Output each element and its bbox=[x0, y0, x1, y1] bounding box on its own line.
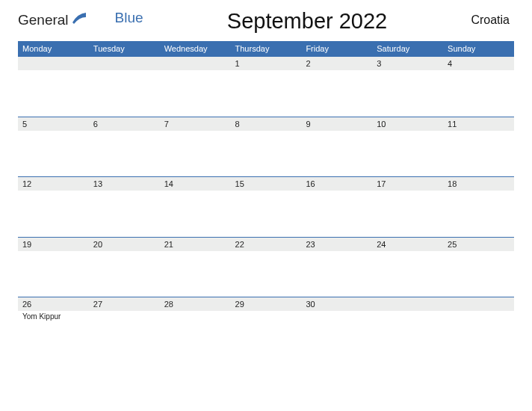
event-cell bbox=[231, 131, 302, 177]
date-cell: 21 bbox=[160, 237, 231, 251]
date-cell: 25 bbox=[443, 237, 514, 251]
date-cell: 2 bbox=[301, 57, 372, 71]
brand-text-2: Blue bbox=[115, 10, 143, 26]
event-cell bbox=[89, 251, 160, 297]
date-cell: 24 bbox=[372, 237, 443, 251]
event-cell bbox=[89, 70, 160, 117]
day-header: Thursday bbox=[231, 41, 302, 57]
date-cell bbox=[89, 57, 160, 71]
event-cell bbox=[301, 131, 372, 177]
event-cell bbox=[160, 311, 231, 341]
event-cell bbox=[372, 70, 443, 117]
calendar-title: September 2022 bbox=[143, 9, 471, 34]
date-cell: 3 bbox=[372, 57, 443, 71]
date-row: 5 6 7 8 9 10 11 bbox=[18, 117, 514, 131]
day-header: Sunday bbox=[443, 41, 514, 57]
date-cell: 8 bbox=[231, 117, 302, 131]
date-cell: 17 bbox=[372, 177, 443, 191]
event-cell: Yom Kippur bbox=[18, 311, 89, 341]
calendar-region: Croatia bbox=[471, 9, 514, 27]
date-cell: 18 bbox=[443, 177, 514, 191]
date-cell: 14 bbox=[160, 177, 231, 191]
date-cell: 12 bbox=[18, 177, 89, 191]
date-cell: 19 bbox=[18, 237, 89, 251]
event-cell bbox=[301, 70, 372, 117]
date-cell: 23 bbox=[301, 237, 372, 251]
event-cell bbox=[18, 251, 89, 297]
date-cell: 27 bbox=[89, 297, 160, 312]
date-cell: 29 bbox=[231, 297, 302, 312]
event-cell bbox=[372, 251, 443, 297]
date-cell: 11 bbox=[443, 117, 514, 131]
event-cell bbox=[18, 191, 89, 237]
date-cell: 16 bbox=[301, 177, 372, 191]
date-cell: 9 bbox=[301, 117, 372, 131]
event-row bbox=[18, 70, 514, 117]
day-header-row: Monday Tuesday Wednesday Thursday Friday… bbox=[18, 41, 514, 57]
date-cell: 7 bbox=[160, 117, 231, 131]
event-row bbox=[18, 251, 514, 297]
calendar-grid: Monday Tuesday Wednesday Thursday Friday… bbox=[18, 41, 514, 341]
day-header: Tuesday bbox=[89, 41, 160, 57]
event-cell bbox=[160, 251, 231, 297]
event-cell bbox=[18, 131, 89, 177]
brand-swoosh-icon bbox=[72, 12, 87, 28]
date-cell: 20 bbox=[89, 237, 160, 251]
date-cell: 28 bbox=[160, 297, 231, 312]
event-cell bbox=[443, 70, 514, 117]
event-cell bbox=[160, 70, 231, 117]
event-cell bbox=[89, 131, 160, 177]
event-cell bbox=[160, 191, 231, 237]
date-row: 26 27 28 29 30 bbox=[18, 297, 514, 312]
day-header: Friday bbox=[301, 41, 372, 57]
event-cell bbox=[443, 251, 514, 297]
calendar-header: General Blue September 2022 Croatia bbox=[18, 9, 514, 34]
calendar-body: 1 2 3 4 5 6 7 8 9 10 11 bbox=[18, 57, 514, 342]
date-cell: 6 bbox=[89, 117, 160, 131]
day-header: Wednesday bbox=[160, 41, 231, 57]
event-cell bbox=[160, 131, 231, 177]
date-row: 1 2 3 4 bbox=[18, 57, 514, 71]
event-cell bbox=[301, 311, 372, 341]
date-cell: 13 bbox=[89, 177, 160, 191]
day-header: Monday bbox=[18, 41, 89, 57]
date-cell: 30 bbox=[301, 297, 372, 312]
date-cell: 26 bbox=[18, 297, 89, 312]
date-cell bbox=[443, 297, 514, 312]
date-cell: 22 bbox=[231, 237, 302, 251]
event-cell bbox=[231, 311, 302, 341]
event-row bbox=[18, 131, 514, 177]
event-cell bbox=[18, 70, 89, 117]
event-row: Yom Kippur bbox=[18, 311, 514, 341]
date-cell: 15 bbox=[231, 177, 302, 191]
date-cell bbox=[18, 57, 89, 71]
event-row bbox=[18, 191, 514, 237]
date-cell bbox=[160, 57, 231, 71]
event-cell bbox=[372, 311, 443, 341]
date-cell: 5 bbox=[18, 117, 89, 131]
date-cell: 4 bbox=[443, 57, 514, 71]
event-cell bbox=[443, 191, 514, 237]
event-cell bbox=[372, 191, 443, 237]
day-header: Saturday bbox=[372, 41, 443, 57]
event-cell bbox=[231, 191, 302, 237]
brand-text-1: General bbox=[18, 12, 69, 28]
date-row: 19 20 21 22 23 24 25 bbox=[18, 237, 514, 251]
brand-logo: General Blue bbox=[18, 9, 143, 28]
event-cell bbox=[231, 70, 302, 117]
event-cell bbox=[301, 251, 372, 297]
event-cell bbox=[89, 311, 160, 341]
event-cell bbox=[231, 251, 302, 297]
event-cell bbox=[301, 191, 372, 237]
date-row: 12 13 14 15 16 17 18 bbox=[18, 177, 514, 191]
event-cell bbox=[443, 311, 514, 341]
event-cell bbox=[89, 191, 160, 237]
date-cell bbox=[372, 297, 443, 312]
date-cell: 10 bbox=[372, 117, 443, 131]
event-cell bbox=[443, 131, 514, 177]
event-cell bbox=[372, 131, 443, 177]
date-cell: 1 bbox=[231, 57, 302, 71]
